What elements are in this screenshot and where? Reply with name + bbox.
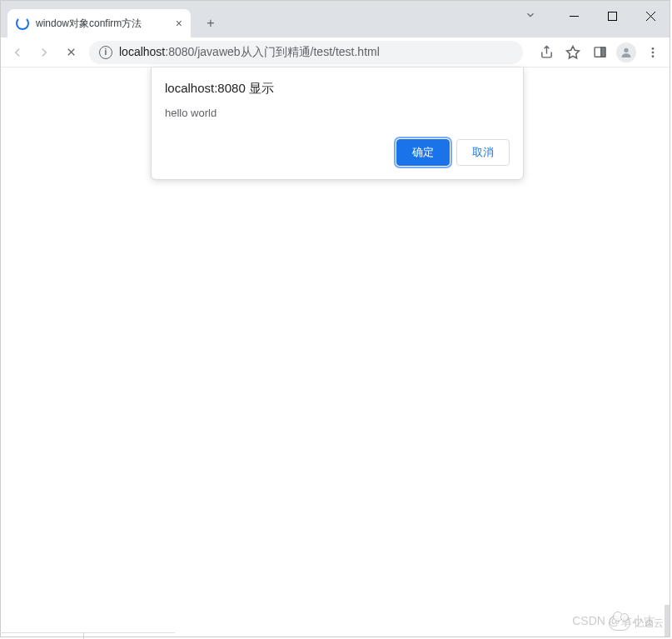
page-viewport: localhost:8080 显示 hello world 确定 取消 <box>1 67 670 637</box>
browser-tab[interactable]: window对象confirm方法 × <box>7 9 191 37</box>
bottom-divider <box>83 632 84 639</box>
toolbar: i localhost:8080/javaweb从入门到精通/test/test… <box>1 37 670 67</box>
forward-button[interactable] <box>32 41 56 64</box>
watermark-logo: 亿速云 <box>609 616 664 631</box>
tab-title: window对象confirm方法 <box>36 17 142 31</box>
confirm-dialog: localhost:8080 显示 hello world 确定 取消 <box>151 67 524 180</box>
svg-point-14 <box>652 55 655 57</box>
site-info-icon[interactable]: i <box>99 46 112 59</box>
window-controls <box>555 1 670 31</box>
cloud-icon <box>609 616 630 631</box>
back-button[interactable] <box>6 41 29 64</box>
svg-rect-1 <box>608 12 616 20</box>
tab-search-icon[interactable] <box>525 9 536 24</box>
menu-icon[interactable] <box>641 41 665 64</box>
stop-reload-button[interactable] <box>59 41 82 64</box>
confirm-ok-button[interactable]: 确定 <box>396 139 450 166</box>
loading-spinner-icon <box>16 17 29 30</box>
new-tab-button[interactable]: + <box>199 12 222 35</box>
close-tab-icon[interactable]: × <box>176 17 182 30</box>
svg-point-12 <box>652 47 655 50</box>
svg-point-11 <box>624 47 628 52</box>
bottom-edge <box>0 632 175 639</box>
scrollbar[interactable] <box>665 605 670 637</box>
bookmark-icon[interactable] <box>561 41 585 64</box>
url-text: localhost:8080/javaweb从入门到精通/test/test.h… <box>119 45 380 60</box>
address-bar[interactable]: i localhost:8080/javaweb从入门到精通/test/test… <box>89 41 523 64</box>
title-bar: window对象confirm方法 × + <box>1 1 670 37</box>
dialog-message: hello world <box>165 107 510 119</box>
side-panel-icon[interactable] <box>588 41 611 64</box>
svg-rect-10 <box>600 47 605 57</box>
dialog-title: localhost:8080 显示 <box>165 81 510 97</box>
svg-marker-7 <box>567 46 580 57</box>
minimize-button[interactable] <box>555 1 593 31</box>
maximize-button[interactable] <box>593 1 631 31</box>
close-window-button[interactable] <box>631 1 670 31</box>
confirm-cancel-button[interactable]: 取消 <box>456 139 510 166</box>
profile-avatar[interactable] <box>615 41 638 64</box>
svg-point-13 <box>652 51 655 53</box>
share-icon[interactable] <box>535 41 558 64</box>
